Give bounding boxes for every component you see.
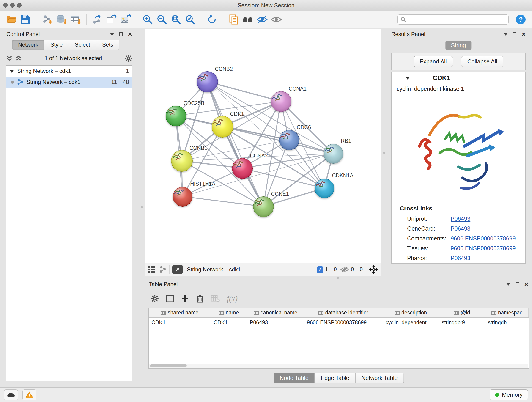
grid-view-icon[interactable] bbox=[148, 266, 156, 274]
tab-sets[interactable]: Sets bbox=[96, 40, 119, 50]
delete-column-icon[interactable] bbox=[196, 294, 204, 303]
column-header-description[interactable]: description bbox=[383, 308, 439, 317]
network-node-ccne1[interactable] bbox=[253, 196, 274, 217]
crosslink-link[interactable]: P06493 bbox=[451, 255, 470, 262]
table-cell[interactable]: cyclin–dependent ... bbox=[383, 318, 439, 327]
table-cell[interactable]: CDK1 bbox=[211, 318, 247, 327]
column-header-namespac[interactable]: namespac bbox=[485, 308, 529, 317]
bottom-splitter-handle[interactable] bbox=[337, 277, 339, 279]
help-icon[interactable]: ? bbox=[514, 12, 528, 27]
edge-hist1h1a-ccne1[interactable] bbox=[182, 196, 263, 206]
panel-menu-icon[interactable] bbox=[504, 33, 508, 36]
collapse-all-button[interactable]: Collapse All bbox=[461, 56, 504, 67]
table-horizontal-scrollbar[interactable] bbox=[149, 364, 528, 368]
add-column-icon[interactable] bbox=[181, 294, 189, 303]
right-splitter-handle[interactable] bbox=[383, 152, 385, 154]
expand-all-button[interactable]: Expand All bbox=[413, 56, 453, 67]
crosslink-link[interactable]: P06493 bbox=[451, 216, 470, 222]
tab-edge-table[interactable]: Edge Table bbox=[315, 373, 355, 383]
export-image-icon[interactable] bbox=[119, 12, 133, 27]
tab-style[interactable]: Style bbox=[44, 40, 69, 50]
column-header-canonical-name[interactable]: canonical name bbox=[247, 308, 304, 317]
panel-float-icon[interactable] bbox=[515, 282, 519, 286]
zoom-selected-icon[interactable] bbox=[183, 12, 197, 27]
edge-ccnb2-ccne1[interactable] bbox=[207, 82, 263, 206]
network-node-rb1[interactable] bbox=[323, 144, 343, 164]
network-overview-icon[interactable] bbox=[159, 266, 167, 273]
warning-icon[interactable] bbox=[22, 389, 36, 400]
left-splitter-handle[interactable] bbox=[141, 206, 143, 208]
refresh-icon[interactable] bbox=[205, 12, 219, 27]
network-row-selected[interactable]: String Network – cdk1 11 48 bbox=[6, 77, 132, 88]
pan-crosshair-icon[interactable] bbox=[369, 265, 378, 274]
crosslink-link[interactable]: P06493 bbox=[451, 225, 470, 232]
tab-select[interactable]: Select bbox=[69, 40, 96, 50]
save-session-icon[interactable] bbox=[18, 12, 32, 27]
network-from-selection-icon[interactable] bbox=[90, 12, 104, 27]
cloud-icon[interactable] bbox=[4, 389, 18, 400]
panel-close-icon[interactable]: × bbox=[128, 32, 132, 36]
table-cell[interactable]: stringdb:9... bbox=[439, 318, 485, 327]
network-node-cdkn1a[interactable] bbox=[315, 179, 334, 198]
panel-close-icon[interactable]: × bbox=[521, 32, 526, 36]
network-node-cdc6[interactable] bbox=[279, 130, 299, 150]
tree-expand-icon[interactable] bbox=[9, 70, 14, 73]
column-header-name[interactable]: name bbox=[211, 308, 247, 317]
edge-rb1-hist1h1a[interactable] bbox=[182, 153, 333, 196]
hidden-eye-icon[interactable] bbox=[340, 266, 349, 273]
import-network-file-icon[interactable] bbox=[40, 12, 54, 27]
detach-view-icon[interactable] bbox=[172, 265, 183, 274]
network-node-cdk1[interactable] bbox=[212, 116, 233, 138]
tab-network-table[interactable]: Network Table bbox=[355, 373, 404, 383]
panel-float-icon[interactable] bbox=[513, 32, 516, 36]
tab-node-table[interactable]: Node Table bbox=[273, 373, 315, 383]
table-cell[interactable]: CDK1 bbox=[149, 318, 211, 327]
zoom-fit-icon[interactable] bbox=[169, 12, 183, 27]
network-node-ccna2[interactable] bbox=[232, 158, 253, 179]
import-table-icon[interactable] bbox=[69, 12, 83, 27]
panel-menu-icon[interactable] bbox=[110, 33, 114, 36]
column-header--id[interactable]: @id bbox=[439, 308, 485, 317]
network-node-ccnb2[interactable] bbox=[197, 71, 218, 92]
zoom-out-icon[interactable] bbox=[155, 12, 169, 27]
table-cell[interactable]: 9606.ENSP00000378699 bbox=[304, 318, 383, 327]
gear-icon[interactable] bbox=[125, 54, 133, 62]
network-canvas[interactable]: CCNB2 CCNA1 CDC25B CDK1 CDC6 RB1 CCNB1 bbox=[146, 29, 380, 263]
table-row[interactable]: CDK1CDK1P064939606.ENSP00000378699cyclin… bbox=[149, 318, 529, 327]
clone-network-icon[interactable] bbox=[104, 12, 119, 27]
tab-network[interactable]: Network bbox=[12, 40, 44, 50]
search-input[interactable] bbox=[409, 16, 506, 23]
collapse-all-icon[interactable] bbox=[6, 55, 13, 62]
table-cell[interactable]: stringdb bbox=[485, 318, 529, 327]
network-node-hist1h1a[interactable] bbox=[173, 187, 192, 206]
expand-all-icon[interactable] bbox=[15, 55, 22, 62]
collapse-protein-icon[interactable] bbox=[405, 77, 410, 80]
network-node-cdc25b[interactable] bbox=[166, 106, 186, 126]
network-node-ccna1[interactable] bbox=[271, 91, 291, 112]
panel-menu-icon[interactable] bbox=[506, 283, 510, 286]
network-node-ccnb1[interactable] bbox=[171, 150, 193, 172]
node-table[interactable]: shared namenamecanonical namedatabase id… bbox=[148, 307, 529, 369]
column-header-database-identifier[interactable]: database identifier bbox=[304, 308, 383, 317]
crosslink-link[interactable]: 9606.ENSP00000378699 bbox=[451, 245, 516, 252]
hide-selected-icon[interactable] bbox=[255, 12, 269, 27]
open-session-icon[interactable] bbox=[4, 12, 18, 27]
show-all-icon[interactable] bbox=[269, 12, 283, 27]
table-settings-gear-icon[interactable] bbox=[151, 294, 159, 303]
memory-button[interactable]: Memory bbox=[490, 389, 528, 400]
table-cell[interactable]: P06493 bbox=[247, 318, 304, 327]
import-network-database-icon[interactable] bbox=[54, 12, 69, 27]
show-columns-icon[interactable] bbox=[166, 294, 174, 303]
crosslink-link[interactable]: 9606.ENSP00000378699 bbox=[451, 235, 516, 242]
panel-close-icon[interactable]: × bbox=[524, 282, 528, 286]
panel-float-icon[interactable] bbox=[119, 32, 123, 36]
scrollbar-thumb[interactable] bbox=[150, 364, 187, 367]
copy-document-icon[interactable] bbox=[227, 12, 241, 27]
home-icon[interactable] bbox=[241, 12, 255, 27]
selected-nodes-icon[interactable]: ✓ bbox=[317, 266, 323, 273]
network-collection-row[interactable]: String Network – cdk1 1 bbox=[6, 65, 132, 77]
column-header-shared-name[interactable]: shared name bbox=[149, 308, 211, 317]
tab-string[interactable]: String bbox=[445, 41, 471, 50]
zoom-in-icon[interactable] bbox=[140, 12, 155, 27]
function-builder-icon[interactable]: f(x) bbox=[227, 294, 238, 303]
